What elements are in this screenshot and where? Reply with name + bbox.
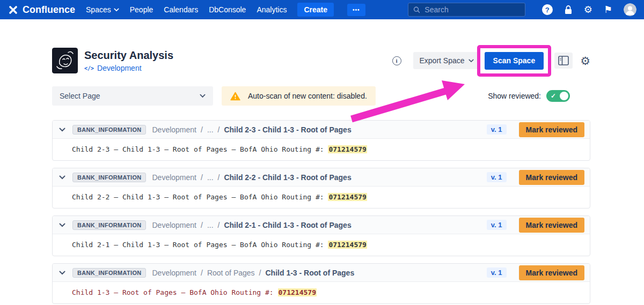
confluence-home-link[interactable]: Confluence (8, 4, 75, 16)
breadcrumb-current-page[interactable]: Child 2-2 - Child 1-3 - Root of Pages (224, 173, 351, 182)
scan-space-wrap: Scan Space (485, 52, 544, 70)
finding-type-badge: BANK_INFORMATION (72, 125, 146, 135)
space-link[interactable]: Development (97, 64, 142, 72)
mark-reviewed-button[interactable]: Mark reviewed (519, 218, 585, 233)
finding-header: BANK_INFORMATION Development / ... / Chi… (53, 168, 590, 187)
avatar-person-icon (624, 3, 636, 16)
check-icon: ✓ (551, 92, 556, 100)
finding-text: Child 2-1 – Child 1-3 – Root of Pages – … (72, 241, 328, 249)
warning-text: Auto-scan of new content: disabled. (248, 92, 367, 100)
breadcrumb-separator: / (201, 125, 203, 134)
help-icon[interactable]: ? (542, 4, 553, 15)
search-input[interactable] (423, 5, 519, 14)
breadcrumb-current-page[interactable]: Child 1-3 - Root of Pages (266, 269, 355, 277)
finding-type-badge: BANK_INFORMATION (72, 220, 146, 230)
main-content: Security Analysis </> Development i Expo… (52, 48, 590, 304)
finding-highlight: 071214579 (328, 193, 367, 201)
breadcrumb: Development / ... / Child 2-3 - Child 1-… (152, 125, 351, 134)
search-box[interactable] (408, 3, 525, 17)
breadcrumb-separator: / (259, 269, 261, 277)
finding-header: BANK_INFORMATION Development / ... / Chi… (53, 121, 590, 139)
scan-space-button[interactable]: Scan Space (485, 52, 544, 70)
breadcrumb-item[interactable]: ... (207, 173, 214, 182)
toolbar: Select Page Auto-scan of new content: di… (52, 86, 590, 106)
nav-item-dbconsole[interactable]: DbConsole (209, 5, 246, 14)
settings-gear-icon[interactable]: ⚙ (580, 55, 590, 66)
gear-icon[interactable]: ⚙ (584, 5, 592, 14)
breadcrumb-separator: / (201, 173, 203, 182)
brand-name: Confluence (23, 4, 75, 16)
nav-item-analytics[interactable]: Analytics (257, 5, 287, 14)
breadcrumb-item[interactable]: Development (152, 173, 196, 182)
mark-reviewed-button[interactable]: Mark reviewed (519, 265, 585, 280)
nav-item-people[interactable]: People (130, 5, 153, 14)
version-badge: v. 1 (487, 220, 507, 230)
page-title: Security Analysis (84, 49, 173, 62)
breadcrumb-separator: / (201, 221, 203, 229)
titles: Security Analysis </> Development (84, 49, 173, 72)
finding-row: BANK_INFORMATION Development / ... / Chi… (52, 168, 590, 209)
nav-item-label: Spaces (86, 5, 111, 14)
finding-highlight: 071214579 (328, 241, 367, 249)
version-badge: v. 1 (487, 267, 507, 278)
space-avatar-image (52, 48, 78, 73)
export-space-button[interactable]: Export Space (413, 52, 480, 69)
panel-icon (558, 56, 569, 65)
chevron-down-icon (200, 94, 206, 98)
space-line: </> Development (84, 64, 173, 72)
mark-reviewed-button[interactable]: Mark reviewed (519, 122, 585, 137)
version-badge: v. 1 (487, 172, 507, 182)
breadcrumb-item[interactable]: Development (152, 269, 196, 277)
finding-text: Child 1-3 – Root of Pages – BofA Ohio Ro… (72, 288, 278, 296)
top-nav: Confluence Spaces People Calendars DbCon… (0, 0, 644, 19)
lock-icon[interactable] (564, 5, 573, 14)
findings-list: BANK_INFORMATION Development / ... / Chi… (52, 120, 590, 304)
nav-item-spaces[interactable]: Spaces (86, 5, 119, 14)
more-options-button[interactable]: ••• (347, 4, 365, 16)
export-space-label: Export Space (420, 56, 465, 65)
breadcrumb-current-page[interactable]: Child 2-3 - Child 1-3 - Root of Pages (224, 125, 351, 134)
finding-content: Child 2-3 – Child 1-3 – Root of Pages – … (53, 139, 590, 160)
create-button[interactable]: Create (297, 3, 334, 17)
user-avatar[interactable] (624, 3, 636, 16)
breadcrumb-current-page[interactable]: Child 2-1 - Child 1-3 - Root of Pages (224, 221, 351, 229)
breadcrumb-separator: / (218, 125, 220, 134)
finding-header: BANK_INFORMATION Development / ... / Chi… (53, 216, 590, 234)
sidebar-toggle-button[interactable] (554, 53, 573, 69)
space-avatar (52, 48, 78, 73)
code-icon: </> (84, 65, 94, 71)
finding-row: BANK_INFORMATION Development / ... / Chi… (52, 215, 590, 256)
nav-item-label: DbConsole (209, 5, 246, 14)
nav-item-label: Analytics (257, 5, 287, 14)
nav-item-calendars[interactable]: Calendars (164, 5, 198, 14)
info-icon[interactable]: i (392, 56, 401, 65)
chevron-down-icon[interactable] (58, 222, 67, 228)
autoscan-warning-banner: Auto-scan of new content: disabled. (222, 86, 376, 106)
warning-icon (230, 92, 240, 101)
chevron-down-icon[interactable] (58, 270, 67, 276)
page-header: Security Analysis </> Development i Expo… (52, 48, 590, 73)
finding-type-badge: BANK_INFORMATION (72, 268, 146, 278)
confluence-logo-icon (8, 4, 19, 16)
chevron-down-icon[interactable] (58, 127, 67, 133)
finding-row: BANK_INFORMATION Development / ... / Chi… (52, 120, 590, 161)
breadcrumb-item[interactable]: Development (152, 125, 196, 134)
nav-left: Confluence Spaces People Calendars DbCon… (8, 3, 365, 17)
breadcrumb-item[interactable]: ... (207, 221, 214, 229)
show-reviewed-toggle[interactable]: ✓ (546, 90, 570, 102)
breadcrumb-item[interactable]: ... (207, 125, 214, 134)
select-page-dropdown[interactable]: Select Page (52, 86, 213, 106)
finding-highlight: 071214579 (328, 145, 367, 153)
breadcrumb-item[interactable]: Development (152, 221, 196, 229)
breadcrumb-item[interactable]: Root of Pages (207, 269, 255, 277)
breadcrumb: Development / ... / Child 2-2 - Child 1-… (152, 173, 351, 182)
select-page-label: Select Page (60, 92, 100, 100)
mark-reviewed-button[interactable]: Mark reviewed (519, 170, 585, 185)
search-icon (413, 6, 420, 13)
breadcrumb-separator: / (218, 221, 220, 229)
show-reviewed-control: Show reviewed: ✓ (488, 90, 570, 102)
breadcrumb-separator: / (201, 269, 203, 277)
chevron-down-icon[interactable] (58, 174, 67, 181)
show-reviewed-label: Show reviewed: (488, 92, 541, 100)
flag-icon[interactable]: ⚑ (604, 5, 612, 14)
